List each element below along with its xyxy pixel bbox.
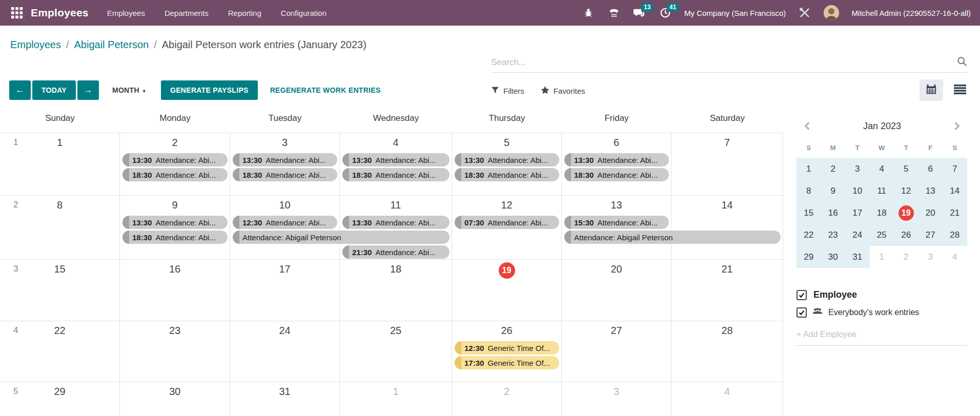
event-chip[interactable]: 13:30Attendance: Abi... xyxy=(564,153,669,167)
regenerate-work-entries-link[interactable]: REGENERATE WORK ENTRIES xyxy=(270,86,381,94)
event-chip[interactable]: 18:30Attendance: Abi... xyxy=(564,168,669,181)
minical-day[interactable]: 30 xyxy=(821,246,846,268)
minical-day[interactable]: 15 xyxy=(797,202,821,224)
activities-clock-icon[interactable]: 41 xyxy=(659,6,672,19)
event-chip[interactable]: 13:30Attendance: Abi... xyxy=(122,153,228,167)
user-menu[interactable]: Mitchell Admin (22905527-16-0-all) xyxy=(851,9,971,17)
favorites-button[interactable]: Favorites xyxy=(541,86,585,96)
minical-day[interactable]: 2 xyxy=(894,246,918,268)
minical-day[interactable]: 1 xyxy=(870,246,894,268)
calendar-day-cell[interactable]: 4 xyxy=(671,382,783,416)
calendar-day-cell[interactable]: 28 xyxy=(671,321,783,382)
messages-icon[interactable]: 13 xyxy=(633,6,646,19)
minical-day[interactable]: 12 xyxy=(894,180,918,202)
calendar-day-cell[interactable]: 7 xyxy=(671,133,783,195)
search-input[interactable] xyxy=(491,57,956,68)
calendar-day-cell[interactable]: 14 xyxy=(671,196,783,259)
calendar-day-cell[interactable]: 21 xyxy=(671,260,783,321)
calendar-day-cell[interactable]: 24 xyxy=(230,321,340,382)
calendar-day-cell[interactable]: 30 xyxy=(120,382,230,416)
event-chip[interactable]: 07:30Attendance: Abi... xyxy=(455,216,559,229)
minical-day[interactable]: 17 xyxy=(845,202,870,224)
next-month-button[interactable]: → xyxy=(77,80,99,100)
minical-day[interactable]: 28 xyxy=(943,224,967,246)
bug-icon[interactable] xyxy=(582,6,595,19)
minical-day[interactable]: 16 xyxy=(821,202,846,224)
add-employee-input[interactable]: + Add Employee xyxy=(797,330,968,346)
minical-day[interactable]: 19 xyxy=(894,202,918,224)
menu-item-reporting[interactable]: Reporting xyxy=(228,9,261,17)
scale-dropdown[interactable]: MONTH▼ xyxy=(107,80,152,100)
event-chip[interactable]: Attendance: Abigail Peterson xyxy=(233,231,450,244)
event-chip[interactable]: 12:30Generic Time Of... xyxy=(455,341,559,355)
event-chip[interactable]: 12:30Attendance: Abi... xyxy=(233,216,337,229)
minical-day[interactable]: 27 xyxy=(918,224,943,246)
filters-button[interactable]: Filters xyxy=(491,86,524,96)
minical-day[interactable]: 6 xyxy=(918,158,943,180)
minical-day[interactable]: 3 xyxy=(845,158,870,180)
calendar-day-cell[interactable]: 19 xyxy=(452,260,562,321)
minical-day[interactable]: 21 xyxy=(943,202,967,224)
event-chip[interactable]: 18:30Attendance: Abi... xyxy=(455,168,559,181)
minical-day[interactable]: 4 xyxy=(943,246,967,268)
minical-day[interactable]: 3 xyxy=(918,246,943,268)
menu-item-departments[interactable]: Departments xyxy=(165,9,209,17)
event-chip[interactable]: 13:30Attendance: Abi... xyxy=(342,216,450,229)
minical-day[interactable]: 1 xyxy=(797,158,821,180)
event-chip[interactable]: 13:30Attendance: Abi... xyxy=(342,153,450,167)
event-chip[interactable]: 13:30Attendance: Abi... xyxy=(233,153,337,167)
calendar-day-cell[interactable]: 23 xyxy=(120,321,230,382)
event-chip[interactable]: 21:30Attendance: Abi... xyxy=(342,245,450,259)
minical-day[interactable]: 22 xyxy=(797,224,821,246)
calendar-day-cell[interactable]: 2 xyxy=(452,382,562,416)
minical-day[interactable]: 29 xyxy=(797,246,821,268)
breadcrumb-link[interactable]: Abigail Peterson xyxy=(74,39,149,51)
calendar-day-cell[interactable]: 16 xyxy=(120,260,230,321)
minical-day[interactable]: 13 xyxy=(918,180,943,202)
apps-grid-icon[interactable] xyxy=(9,5,25,20)
minical-day[interactable]: 10 xyxy=(845,180,870,202)
calendar-view-button[interactable] xyxy=(920,79,943,101)
search-icon[interactable] xyxy=(956,56,968,69)
breadcrumb-link[interactable]: Employees xyxy=(10,39,61,51)
voip-phone-icon[interactable] xyxy=(607,6,621,19)
prev-month-button[interactable]: ← xyxy=(9,80,31,100)
calendar-day-cell[interactable]: 27 xyxy=(562,321,671,382)
minical-day[interactable]: 14 xyxy=(943,180,967,202)
user-avatar[interactable] xyxy=(824,5,839,20)
today-button[interactable]: TODAY xyxy=(32,80,76,100)
event-chip[interactable]: 18:30Attendance: Abi... xyxy=(233,168,337,181)
minical-day[interactable]: 11 xyxy=(870,180,894,202)
minical-day[interactable]: 26 xyxy=(894,224,918,246)
calendar-day-cell[interactable]: 25 xyxy=(340,321,452,382)
minical-day[interactable]: 24 xyxy=(845,224,870,246)
minical-day[interactable]: 9 xyxy=(821,180,846,202)
tools-icon[interactable] xyxy=(798,6,811,19)
event-chip[interactable]: 18:30Attendance: Abi... xyxy=(122,231,228,244)
minical-day[interactable]: 23 xyxy=(821,224,846,246)
event-chip[interactable]: 18:30Attendance: Abi... xyxy=(342,168,450,181)
app-brand[interactable]: Employees xyxy=(31,7,89,19)
event-chip[interactable]: Attendance: Abigail Peterson xyxy=(564,231,781,244)
minical-day[interactable]: 31 xyxy=(845,246,870,268)
minical-day[interactable]: 4 xyxy=(870,158,894,180)
menu-item-employees[interactable]: Employees xyxy=(107,9,145,17)
menu-item-configuration[interactable]: Configuration xyxy=(281,9,326,17)
minical-day[interactable]: 8 xyxy=(797,180,821,202)
calendar-day-cell[interactable]: 31 xyxy=(230,382,340,416)
minical-day[interactable]: 18 xyxy=(870,202,894,224)
everybody-checkbox[interactable] xyxy=(797,307,807,318)
minical-day[interactable]: 7 xyxy=(943,158,967,180)
calendar-day-cell[interactable]: 17 xyxy=(230,260,340,321)
minical-prev-button[interactable] xyxy=(801,119,814,133)
minical-day[interactable]: 25 xyxy=(870,224,894,246)
company-switcher[interactable]: My Company (San Francisco) xyxy=(684,9,786,17)
event-chip[interactable]: 13:30Attendance: Abi... xyxy=(122,216,228,229)
calendar-day-cell[interactable]: 20 xyxy=(562,260,671,321)
event-chip[interactable]: 18:30Attendance: Abi... xyxy=(122,168,228,181)
event-chip[interactable]: 15:30Attendance: Abi... xyxy=(564,216,669,229)
minical-day[interactable]: 5 xyxy=(894,158,918,180)
generate-payslips-button[interactable]: GENERATE PAYSLIPS xyxy=(161,80,258,100)
employee-checkbox[interactable] xyxy=(797,290,807,300)
list-view-button[interactable] xyxy=(948,79,972,101)
